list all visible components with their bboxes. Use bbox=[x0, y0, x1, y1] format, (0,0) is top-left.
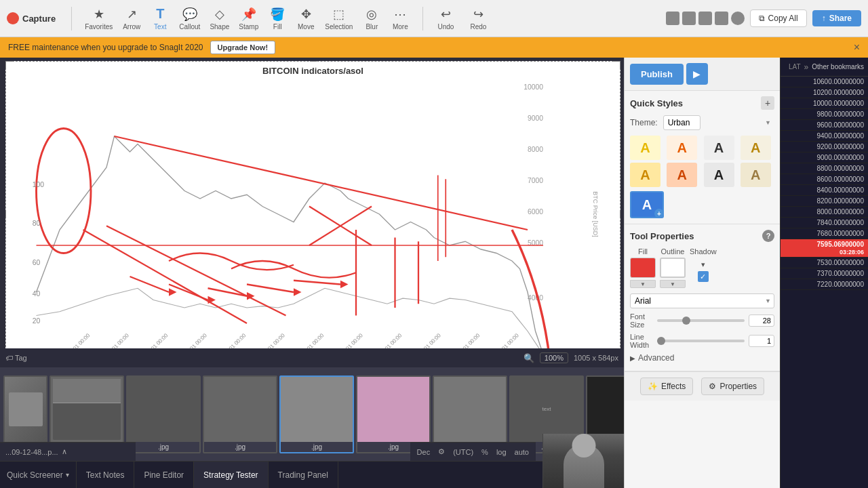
style-swatch-selected[interactable]: A + bbox=[630, 191, 664, 218]
price-9400: 9400.00000000 bbox=[781, 131, 868, 142]
style-swatch-3[interactable]: A bbox=[704, 136, 734, 160]
copy-all-button[interactable]: ⧉ Copy All bbox=[750, 9, 807, 27]
blur-icon: ◎ bbox=[366, 7, 377, 22]
log-toggle[interactable]: log bbox=[496, 448, 507, 456]
style-swatch-1[interactable]: A bbox=[630, 136, 660, 160]
svg-marker-21 bbox=[340, 281, 349, 289]
font-size-input[interactable]: 28 bbox=[749, 314, 774, 327]
line-width-slider[interactable] bbox=[657, 340, 745, 342]
tool-favorites[interactable]: ★ Favorites bbox=[81, 5, 117, 33]
close-banner-button[interactable]: × bbox=[854, 41, 860, 54]
tool-arrow[interactable]: ↗ Arrow bbox=[118, 5, 145, 33]
toolbar-tools: ★ Favorites ↗ Arrow T Text 💬 Callout ◇ S… bbox=[81, 4, 414, 33]
tool-callout[interactable]: 💬 Callout bbox=[175, 5, 204, 33]
price-7220: 7220.00000000 bbox=[781, 279, 868, 290]
font-select[interactable]: Arial Times New Roman bbox=[630, 293, 774, 308]
svg-line-16 bbox=[208, 288, 248, 296]
properties-button[interactable]: ⚙ Properties bbox=[701, 378, 764, 395]
tool-selection[interactable]: ⬚ Selection bbox=[321, 5, 357, 33]
help-button[interactable]: ? bbox=[762, 230, 774, 242]
arrow-icon: ↗ bbox=[127, 7, 137, 22]
upgrade-button[interactable]: Upgrade Now! bbox=[210, 41, 276, 54]
effects-button[interactable]: ✨ Effects bbox=[640, 378, 693, 395]
copy-icon: ⧉ bbox=[759, 14, 765, 23]
filename-text: ...09-12-48...p... bbox=[5, 448, 58, 456]
pine-label: Pine Editor bbox=[144, 470, 184, 480]
style-swatch-6[interactable]: A bbox=[667, 163, 697, 187]
tool-fill[interactable]: 🪣 Fill bbox=[264, 5, 291, 33]
tool-undo[interactable]: ↩ Undo bbox=[432, 5, 459, 33]
tool-props-title: Tool Properties bbox=[630, 231, 694, 241]
svg-line-20 bbox=[294, 281, 340, 285]
style-swatch-8[interactable]: A bbox=[741, 163, 771, 187]
fill-color-dropdown[interactable]: ▼ bbox=[630, 280, 656, 288]
canvas-image[interactable]: BITCOIN indicators/asol 10000 9000 8000 … bbox=[5, 61, 620, 367]
price-7680: 7680.00000000 bbox=[781, 228, 868, 239]
toolbar-separator-2 bbox=[422, 7, 423, 30]
bookmarks-label: Other bookmarks bbox=[812, 63, 864, 70]
fill-color-swatch[interactable] bbox=[630, 258, 656, 278]
outline-color-dropdown[interactable]: ▼ bbox=[660, 280, 686, 288]
toolbar-separator bbox=[71, 7, 72, 30]
share-label: Share bbox=[829, 14, 852, 23]
chart-svg: 10000 9000 8000 7000 6000 5000 4000 bbox=[13, 74, 559, 370]
selected-swatch-row: A + bbox=[630, 191, 774, 218]
shadow-checkbox[interactable]: ✓ bbox=[698, 271, 709, 282]
undo-label: Undo bbox=[437, 23, 454, 30]
tab-strategy[interactable]: Strategy Tester bbox=[194, 462, 268, 488]
style-swatch-4[interactable]: A bbox=[741, 136, 771, 160]
thumb-4[interactable]: .jpg bbox=[279, 375, 354, 453]
font-row: Arial Times New Roman bbox=[630, 293, 774, 308]
share-button[interactable]: ↑ Share bbox=[812, 10, 861, 26]
price-9000: 9000.00000000 bbox=[781, 152, 868, 163]
theme-select-wrapper: Urban Classic Modern bbox=[663, 115, 774, 130]
outline-color-swatch[interactable] bbox=[660, 258, 686, 278]
lat-label: LAT bbox=[789, 63, 801, 70]
tag-button[interactable]: 🏷 Tag bbox=[5, 354, 27, 362]
svg-text:60: 60 bbox=[33, 259, 41, 266]
tab-pine[interactable]: Pine Editor bbox=[134, 462, 194, 488]
publish-button[interactable]: Publish bbox=[630, 64, 684, 85]
tool-more[interactable]: ⋯ More bbox=[387, 5, 414, 33]
tab-screener[interactable]: Quick Screener ▾ bbox=[0, 462, 77, 488]
price-panel: LAT » Other bookmarks 10600.00000000 102… bbox=[780, 58, 868, 488]
thumb-3[interactable]: .jpg bbox=[203, 375, 277, 453]
move-icon: ✥ bbox=[301, 7, 311, 22]
stamp-label: Stamp bbox=[239, 23, 258, 30]
stamp-icon: 📌 bbox=[241, 7, 256, 22]
thumb-2[interactable]: .jpg bbox=[126, 375, 201, 453]
zoom-level[interactable]: 100% bbox=[540, 352, 568, 363]
screener-dropdown-icon[interactable]: ▾ bbox=[66, 471, 69, 479]
tool-blur[interactable]: ◎ Blur bbox=[358, 5, 385, 33]
favorites-label: Favorites bbox=[85, 23, 113, 30]
tool-props-header: Tool Properties ? bbox=[630, 230, 774, 242]
settings-icon[interactable]: ⚙ bbox=[438, 447, 445, 456]
percent-toggle[interactable]: % bbox=[481, 448, 488, 456]
add-style-button[interactable]: + bbox=[761, 96, 774, 110]
style-swatch-7[interactable]: A bbox=[704, 163, 734, 187]
tool-move[interactable]: ✥ Move bbox=[292, 5, 319, 33]
outline-label: Outline bbox=[661, 247, 685, 256]
theme-select[interactable]: Urban Classic Modern bbox=[663, 115, 701, 130]
tab-notes[interactable]: Text Notes bbox=[77, 462, 135, 488]
line-width-input[interactable]: 1 bbox=[749, 335, 774, 347]
font-size-slider[interactable] bbox=[657, 319, 745, 322]
theme-row: Theme: Urban Classic Modern bbox=[630, 115, 774, 130]
tool-text[interactable]: T Text bbox=[146, 4, 174, 33]
style-swatch-2[interactable]: A bbox=[667, 136, 697, 160]
auto-toggle[interactable]: auto bbox=[515, 448, 529, 456]
tool-redo[interactable]: ↪ Redo bbox=[465, 5, 492, 33]
price-7840: 7840.00000000 bbox=[781, 218, 868, 228]
style-swatch-5[interactable]: A bbox=[630, 163, 660, 187]
filename-chevron[interactable]: ∧ bbox=[62, 447, 67, 456]
publish-play-button[interactable]: ▶ bbox=[686, 63, 708, 85]
advanced-row[interactable]: ▶ Advanced bbox=[630, 353, 774, 363]
tool-shape[interactable]: ◇ Shape bbox=[205, 5, 233, 33]
redo-label: Redo bbox=[470, 23, 486, 30]
tab-trading[interactable]: Trading Panel bbox=[269, 462, 338, 488]
tool-stamp[interactable]: 📌 Stamp bbox=[235, 5, 262, 33]
thumb-2-label: .jpg bbox=[127, 442, 199, 452]
price-highlighted: 7595.06900000 03:28:06 bbox=[781, 239, 868, 258]
price-8000: 8000.00000000 bbox=[781, 207, 868, 218]
banner-text: FREE maintenance when you upgrade to Sna… bbox=[8, 43, 203, 52]
